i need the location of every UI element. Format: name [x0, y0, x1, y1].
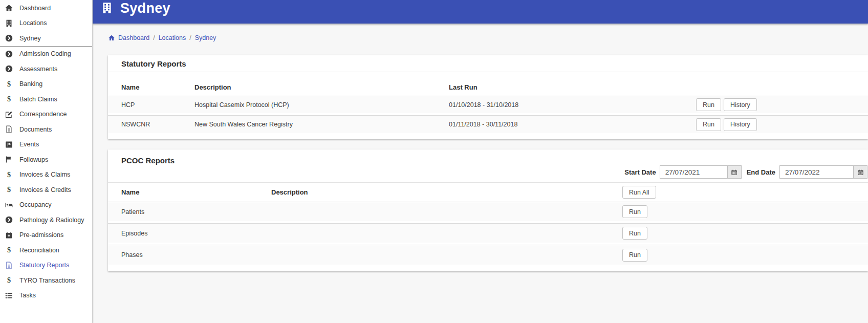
history-button[interactable]: History [724, 118, 757, 131]
sidebar-item-label: Followups [19, 156, 48, 163]
table-row: Episodes Run [108, 224, 868, 245]
sidebar-item-label: Sydney [19, 35, 41, 42]
table-row: NSWCNR New South Wales Cancer Registry 0… [108, 116, 868, 135]
start-date-input[interactable] [660, 165, 728, 179]
breadcrumb-link-sydney[interactable]: Sydney [195, 34, 216, 41]
flag-icon [5, 155, 13, 164]
sidebar-item-followups[interactable]: Followups [0, 152, 92, 167]
breadcrumb-link-dashboard[interactable]: Dashboard [118, 34, 149, 41]
report-name: Episodes [121, 230, 271, 237]
sidebar-item-batch-claims[interactable]: $ Batch Claims [0, 92, 92, 107]
start-date-calendar-button[interactable] [727, 165, 742, 179]
file-icon [5, 125, 13, 134]
column-header-description: Description [194, 83, 449, 91]
sidebar-item-label: Assessments [19, 66, 57, 73]
page-title: Sydney [120, 1, 170, 16]
sidebar-item-label: Occupancy [19, 201, 52, 208]
home-icon [108, 34, 115, 41]
end-date-input[interactable] [779, 165, 854, 179]
sidebar-item-admission-coding[interactable]: Admission Coding [0, 47, 92, 62]
building-icon [5, 19, 13, 28]
table-row: Phases Run [108, 245, 868, 267]
sidebar-item-banking[interactable]: $ Banking [0, 77, 92, 92]
dollar-icon: $ [5, 170, 13, 179]
sidebar-item-sydney[interactable]: Sydney [0, 31, 92, 46]
pcoc-panel-header: PCOC Reports Start Date End Date [108, 149, 868, 183]
end-date-label: End Date [747, 168, 775, 176]
edit-icon [5, 110, 13, 119]
statutory-reports-panel: Statutory Reports Name Description Last … [108, 55, 868, 139]
sidebar-item-pathology-radiology[interactable]: Pathology & Radiology [0, 212, 92, 228]
column-header-name: Name [121, 83, 194, 91]
column-header-last-run: Last Run [449, 83, 696, 91]
list-icon [5, 291, 13, 300]
sidebar-item-label: Pre-admissions [19, 231, 63, 239]
page-header: Sydney [93, 0, 868, 24]
report-name: Phases [121, 251, 271, 259]
sidebar-item-correspondence[interactable]: Correspondence [0, 107, 92, 122]
sidebar-item-label: TYRO Transactions [19, 277, 75, 284]
run-button[interactable]: Run [696, 118, 721, 131]
sidebar-item-label: Banking [19, 80, 42, 88]
sidebar-item-reconciliation[interactable]: $ Reconciliation [0, 243, 92, 258]
svg-text:$: $ [7, 246, 11, 254]
sidebar-item-tasks[interactable]: Tasks [0, 288, 92, 304]
sidebar-item-occupancy[interactable]: Occupancy [0, 198, 92, 213]
sidebar-item-label: Invoices & Claims [19, 171, 70, 178]
calendar-icon [731, 169, 737, 176]
sidebar-item-label: Tasks [19, 292, 36, 299]
sidebar-item-label: Correspondence [19, 111, 67, 118]
sidebar-item-dashboard[interactable]: Dashboard [0, 1, 92, 16]
app-window: Dashboard Locations Sydney Admission Cod… [0, 0, 868, 323]
arrow-circle-right-icon [5, 216, 13, 224]
sidebar-item-label: Documents [19, 126, 52, 133]
report-name: Patients [121, 208, 271, 216]
sidebar-item-tyro-transactions[interactable]: $ TYRO Transactions [0, 273, 92, 288]
sidebar-item-label: Reconciliation [19, 247, 59, 254]
run-button[interactable]: Run [696, 98, 721, 111]
sidebar-item-label: Events [19, 141, 39, 148]
breadcrumb-separator: / [153, 34, 155, 41]
date-range-controls: Start Date End Date [624, 165, 867, 179]
flag-square-icon [5, 140, 13, 149]
sidebar-item-events[interactable]: Events [0, 137, 92, 153]
bed-icon [5, 201, 13, 209]
svg-text:$: $ [7, 95, 11, 103]
dollar-icon: $ [5, 80, 13, 89]
sidebar-item-label: Pathology & Radiology [19, 217, 84, 224]
run-button[interactable]: Run [622, 227, 647, 240]
table-header-row: Name Description Run All [108, 183, 868, 202]
calendar-icon [857, 169, 864, 176]
home-icon [5, 4, 13, 12]
sidebar-item-invoices-credits[interactable]: $ Invoices & Credits [0, 182, 92, 198]
report-name: HCP [121, 101, 194, 109]
report-description: Hospital Casemix Protocol (HCP) [194, 101, 449, 109]
dollar-icon: $ [5, 276, 13, 285]
report-last-run: 01/11/2018 - 30/11/2018 [449, 121, 696, 128]
sidebar-item-pre-admissions[interactable]: Pre-admissions [0, 228, 92, 243]
sidebar-item-label: Batch Claims [19, 96, 57, 103]
sidebar-item-statutory-reports[interactable]: Statutory Reports [0, 258, 92, 273]
column-header-description: Description [271, 188, 622, 196]
history-button[interactable]: History [724, 98, 757, 111]
run-button[interactable]: Run [622, 205, 647, 218]
table-header-row: Name Description Last Run [108, 72, 868, 96]
sidebar-item-label: Admission Coding [19, 50, 71, 57]
start-date-label: Start Date [624, 168, 656, 176]
report-description: New South Wales Cancer Registry [194, 121, 449, 128]
run-all-button[interactable]: Run All [622, 186, 656, 199]
end-date-calendar-button[interactable] [853, 165, 867, 179]
arrow-circle-right-icon [5, 34, 13, 42]
sidebar-item-documents[interactable]: Documents [0, 122, 92, 137]
panel-title: PCOC Reports [121, 156, 175, 165]
sidebar-item-assessments[interactable]: Assessments [0, 61, 92, 77]
breadcrumb: Dashboard / Locations / Sydney [108, 33, 868, 42]
breadcrumb-link-locations[interactable]: Locations [159, 34, 186, 41]
table-row: HCP Hospital Casemix Protocol (HCP) 01/1… [108, 96, 868, 116]
calendar-plus-icon [5, 231, 13, 240]
sidebar-item-label: Dashboard [19, 5, 51, 12]
run-button[interactable]: Run [622, 249, 647, 262]
pcoc-reports-panel: PCOC Reports Start Date End Date [108, 149, 868, 271]
sidebar-item-invoices-claims[interactable]: $ Invoices & Claims [0, 167, 92, 183]
sidebar-item-locations[interactable]: Locations [0, 16, 92, 31]
